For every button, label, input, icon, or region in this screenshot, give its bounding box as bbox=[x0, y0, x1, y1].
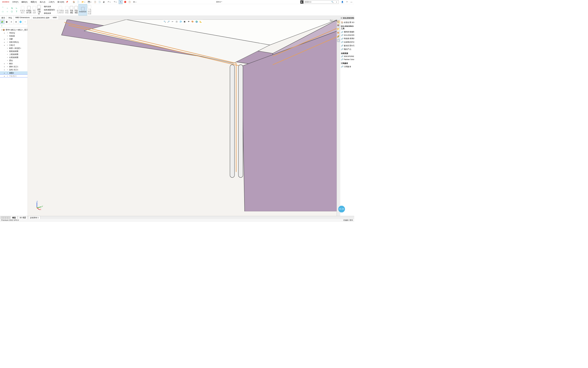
expand-icon[interactable]: ▸ bbox=[4, 75, 6, 77]
tree-node-8[interactable]: ▫ 右视基准面 bbox=[0, 56, 28, 59]
sketch-slot-icon[interactable]: ∿ bbox=[15, 7, 18, 10]
tab-mbd[interactable]: MBD bbox=[51, 16, 59, 19]
sketch-rect-icon[interactable]: □ bbox=[1, 10, 5, 13]
tab-prev-icon[interactable] bbox=[3, 216, 5, 219]
rapid-sketch-button[interactable]: 快速 草图 bbox=[74, 4, 78, 16]
tree-root[interactable]: ▾ 📦 零件4 (默认) <<默认>_显示状 bbox=[0, 28, 28, 31]
appearance-pane-icon[interactable]: 🌈 bbox=[337, 35, 340, 38]
tree-node-12[interactable]: ▸ ▫ 边线-法兰1 bbox=[0, 68, 28, 71]
home-pane-icon[interactable]: 🏠 bbox=[337, 20, 340, 24]
instant2d-button[interactable]: Instant2D bbox=[78, 4, 87, 16]
property-tab[interactable]: ▦ bbox=[5, 20, 9, 24]
config-tab[interactable]: ⛭ bbox=[9, 20, 14, 24]
pane-collapse-icon[interactable]: « bbox=[341, 17, 342, 19]
tab-addins[interactable]: SOLIDWORKS 插件 bbox=[31, 16, 51, 19]
display-tab[interactable]: ⊕ bbox=[14, 20, 18, 24]
feature-tree-tab[interactable]: 🧩 bbox=[0, 20, 5, 24]
copy-icon[interactable]: 📑 bbox=[97, 0, 101, 4]
user-icon[interactable]: 👤 bbox=[340, 0, 344, 4]
zoom-fit-icon[interactable]: 🔍 bbox=[163, 20, 166, 24]
measure-icon[interactable]: 📋 bbox=[128, 0, 131, 4]
select-icon[interactable]: ↖ bbox=[119, 0, 122, 4]
expand-icon[interactable]: ▸ bbox=[4, 44, 6, 46]
tab-evaluate[interactable]: 评估 bbox=[7, 16, 14, 19]
viewport-maximize-icon[interactable]: ▢ bbox=[332, 20, 333, 22]
tool-link-4[interactable]: 🔗复制设置向导 bbox=[341, 44, 354, 47]
hide-items-icon[interactable]: 👁 bbox=[187, 20, 190, 24]
tree-node-11[interactable]: ▸ ▫ 基体-法兰1 bbox=[0, 65, 28, 68]
expand-icon[interactable]: ▾ bbox=[1, 29, 2, 31]
tab-last-icon[interactable] bbox=[8, 216, 10, 219]
sketch-circle-icon[interactable]: ○ bbox=[6, 7, 9, 10]
rebuild-icon[interactable]: 🔴 bbox=[123, 0, 127, 4]
print-icon[interactable]: 🖨 bbox=[102, 0, 106, 4]
search-icon[interactable]: 🔍 bbox=[330, 1, 335, 3]
expand-icon[interactable]: ▸ bbox=[4, 72, 6, 74]
viewport-restore-icon[interactable]: ❐ bbox=[330, 20, 332, 22]
sketch-spline-icon[interactable]: N bbox=[10, 7, 14, 10]
save-icon[interactable]: 💾▼ bbox=[87, 0, 93, 4]
options-icon[interactable]: ⚙▼ bbox=[132, 0, 138, 4]
previous-view-icon[interactable]: ↩ bbox=[171, 20, 174, 24]
menu-view[interactable]: 视图(V) bbox=[29, 0, 38, 4]
undo-icon[interactable]: ↶▼ bbox=[106, 0, 112, 4]
sub-link-0[interactable]: 🔗订阅服务 bbox=[341, 65, 354, 68]
convert-entities-button[interactable]: 转换实 体引用 bbox=[26, 4, 32, 16]
viewport-close-icon[interactable]: ✕ bbox=[336, 20, 337, 22]
view-settings-icon[interactable]: 📐 bbox=[199, 20, 202, 24]
tab-mbd-dimensions[interactable]: MBD Dimensions bbox=[14, 16, 31, 19]
help-icon[interactable]: ? bbox=[345, 0, 349, 4]
tool-link-5[interactable]: 🔗我的产品 bbox=[341, 48, 354, 50]
sketch-polygon-icon[interactable]: ⬠ bbox=[10, 10, 14, 13]
tree-node-14[interactable]: ▸ ▫ 平板型式 bbox=[0, 74, 28, 77]
tree-filter[interactable]: ▽ bbox=[0, 24, 28, 28]
save-all-icon[interactable]: 📋 bbox=[93, 0, 97, 4]
tool-link-3[interactable]: 🔗比较我的评分 bbox=[341, 41, 354, 43]
search-dropdown-icon[interactable]: ▼ bbox=[335, 1, 339, 3]
menu-file[interactable]: 文件(F) bbox=[11, 0, 20, 4]
edit-appearance-icon[interactable]: 🎨 bbox=[191, 20, 194, 24]
expand-icon[interactable]: ▸ bbox=[4, 38, 6, 40]
expand-icon[interactable]: ▸ bbox=[4, 69, 6, 71]
sketch-ellipse-icon[interactable]: ○ bbox=[6, 10, 9, 13]
menu-edit[interactable]: 编辑(E) bbox=[20, 0, 29, 4]
view-triad[interactable]: Z Y X bbox=[34, 201, 43, 210]
pin-icon[interactable]: 📌 bbox=[66, 1, 68, 3]
surface-offset-button[interactable]: 曲面 上偏 移 bbox=[36, 4, 42, 16]
design-library-icon[interactable]: 📚 bbox=[337, 24, 340, 27]
view-palette-icon[interactable]: 🎨 bbox=[337, 31, 340, 34]
expand-icon[interactable]: ▸ bbox=[4, 41, 6, 43]
graphics-viewport[interactable]: 🔍 🔎 ↩ ◫ 🧊 ▦ 👁 🎨 🌍 📐 Z Y X bbox=[28, 20, 337, 216]
tree-node-13[interactable]: ▸ ▫ 草图2 bbox=[0, 71, 28, 74]
tree-node-3[interactable]: ▸ ▫ 切割清单(1) bbox=[0, 40, 28, 43]
tab-next-icon[interactable] bbox=[6, 216, 8, 219]
viewport-minimize-icon[interactable]: — bbox=[334, 20, 335, 22]
online-link-0[interactable]: 🔗3DEXPERIENCE M bbox=[341, 55, 354, 57]
quick-snap-button[interactable]: 快速 捕捉 bbox=[69, 4, 74, 16]
tree-node-5[interactable]: ▫ 材质 <未指定> bbox=[0, 47, 28, 50]
more-tab[interactable]: › bbox=[23, 20, 28, 24]
tool-link-2[interactable]: 🔗性能基准测试 bbox=[341, 37, 354, 40]
tree-node-4[interactable]: ▸ ▫ 方程式 bbox=[0, 43, 28, 47]
sketch-text-icon[interactable]: T bbox=[15, 10, 18, 13]
appearance-tab[interactable]: 🌐 bbox=[18, 20, 23, 24]
menu-window[interactable]: 窗口(W) bbox=[56, 0, 66, 4]
scene-icon[interactable]: 🌍 bbox=[195, 20, 198, 24]
tree-node-7[interactable]: ▫ 上视基准面 bbox=[0, 53, 28, 56]
tab-annotate[interactable]: 标注 bbox=[0, 16, 7, 19]
open-icon[interactable]: 📂▼ bbox=[81, 0, 86, 4]
tool-link-1[interactable]: 🔗SOLIDWORKS Rx bbox=[341, 34, 354, 36]
custom-props-icon[interactable]: 📋 bbox=[337, 39, 340, 42]
menu-insert[interactable]: 插入(I) bbox=[38, 0, 47, 4]
tree-node-6[interactable]: ▫ 前视基准面 bbox=[0, 50, 28, 53]
display-style-icon[interactable]: ▦ bbox=[183, 20, 186, 24]
search-input[interactable] bbox=[303, 1, 330, 3]
menu-tools[interactable]: 工具(T) bbox=[47, 0, 56, 4]
expand-icon[interactable]: ▸ bbox=[4, 32, 6, 34]
tool-link-0[interactable]: 🔗属性标签编制程序 bbox=[341, 31, 354, 33]
online-link-1[interactable]: 🔗Partner Solutions bbox=[341, 58, 354, 60]
redo-icon[interactable]: ↷▼ bbox=[113, 0, 118, 4]
tree-node-9[interactable]: ▫ 原点 bbox=[0, 59, 28, 62]
tree-node-2[interactable]: ▸ ▫ 注解 bbox=[0, 37, 28, 40]
tree-node-10[interactable]: ▸ ▫ 钣金 bbox=[0, 62, 28, 65]
